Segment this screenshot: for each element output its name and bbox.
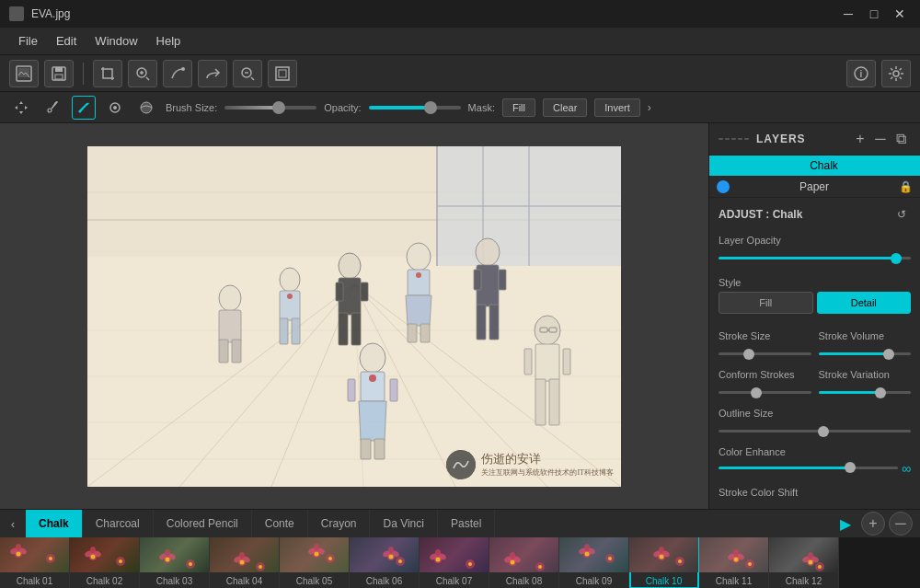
svg-point-58 (476, 238, 500, 266)
layer-paper[interactable]: Paper 🔒 (709, 177, 920, 198)
tab-charcoal[interactable]: Charcoal (83, 510, 154, 537)
thumb-item[interactable]: Chalk 04 (210, 537, 280, 588)
minimize-button[interactable]: ─ (837, 5, 859, 23)
svg-point-102 (119, 559, 122, 563)
thumb-item[interactable]: Chalk 01 (0, 537, 70, 588)
tab-colored-pencil[interactable]: Colored Pencil (154, 510, 252, 537)
conform-strokes-label: Conform Strokes (719, 369, 811, 380)
thumb-label: Chalk 03 (140, 572, 209, 588)
fill-circle-tool-btn[interactable] (103, 96, 127, 120)
detail-style-button[interactable]: Detail (817, 292, 912, 314)
title-bar: EVA.jpg ─ □ ✕ (0, 0, 920, 28)
adjust-reset-button[interactable]: ↺ (892, 205, 911, 224)
play-button[interactable]: ▶ (834, 512, 857, 536)
layer-opacity-slider[interactable] (719, 257, 911, 259)
svg-point-92 (16, 544, 21, 551)
svg-point-116 (259, 565, 262, 569)
curve-tool-button[interactable] (163, 60, 192, 87)
menu-window[interactable]: Window (86, 30, 146, 52)
zoom-out-tool-button[interactable] (233, 60, 262, 87)
svg-point-130 (398, 559, 402, 563)
svg-text:i: i (860, 69, 863, 79)
prev-tab-button[interactable]: ‹ (0, 510, 26, 537)
eyedropper-tool-btn[interactable] (40, 96, 64, 120)
menu-file[interactable]: File (9, 30, 47, 52)
maximize-button[interactable]: □ (863, 5, 885, 23)
thumb-item[interactable]: Chalk 03 (140, 537, 210, 588)
stroke-volume-slider[interactable] (819, 352, 912, 355)
conform-strokes-slider[interactable] (719, 391, 811, 394)
remove-media-button[interactable]: ─ (889, 512, 913, 536)
crop-tool-button[interactable] (93, 60, 122, 87)
svg-rect-55 (408, 324, 417, 342)
brush-size-slider[interactable] (224, 106, 316, 110)
add-media-button[interactable]: + (861, 512, 885, 536)
svg-point-113 (239, 552, 245, 559)
thumb-item[interactable]: Chalk 07 (420, 537, 489, 588)
svg-point-163 (734, 558, 739, 562)
tab-chalk[interactable]: Chalk (26, 510, 83, 537)
color-enhance-section: Color Enhance ∞ (709, 443, 920, 483)
zoom-in-tool-button[interactable] (128, 60, 157, 87)
svg-point-13 (48, 109, 52, 112)
thumb-item[interactable]: Chalk 10 (629, 537, 699, 588)
svg-marker-66 (359, 401, 386, 441)
stroke-size-slider[interactable] (719, 352, 811, 355)
svg-point-121 (315, 552, 319, 557)
svg-point-137 (468, 562, 472, 566)
info-tool-button[interactable]: i (846, 60, 876, 87)
tab-conte[interactable]: Conte (252, 510, 308, 537)
thumb-item[interactable]: Chalk 06 (350, 537, 420, 588)
move-tool-btn[interactable] (9, 96, 33, 120)
stroke-variation-slider[interactable] (819, 391, 912, 394)
menu-help[interactable]: Help (147, 30, 190, 52)
thumb-item[interactable]: Chalk 12 (769, 537, 839, 588)
toolbar-right: i (846, 60, 911, 87)
svg-rect-77 (535, 379, 546, 425)
canvas-image[interactable]: 伤逝的安详 关注互联网与系统软件技术的IT科技博客 EVA 伤逝的安详 关注互联… (87, 146, 621, 487)
svg-rect-60 (477, 305, 486, 340)
svg-point-170 (809, 560, 813, 565)
thumb-label: Chalk 02 (70, 572, 139, 588)
svg-rect-49 (351, 313, 361, 345)
duplicate-layer-button[interactable]: ⧉ (891, 129, 911, 149)
thumb-item[interactable]: Chalk 11 (699, 537, 769, 588)
brush-bar-arrow-icon[interactable]: › (648, 101, 651, 114)
redo-tool-button[interactable] (198, 60, 227, 87)
thumb-item[interactable]: Chalk 05 (280, 537, 350, 588)
frame-tool-button[interactable] (268, 60, 297, 87)
link-icon[interactable]: ∞ (902, 461, 911, 476)
svg-rect-3 (55, 67, 63, 72)
thumb-item[interactable]: Chalk 08 (489, 537, 559, 588)
tab-da-vinci[interactable]: Da Vinci (370, 510, 437, 537)
svg-point-37 (219, 285, 241, 311)
tab-crayon[interactable]: Crayon (308, 510, 371, 537)
brush-tool-btn[interactable] (72, 96, 96, 120)
outline-size-slider[interactable] (719, 430, 911, 432)
stroke-section: Stroke Size Stroke Volume (709, 327, 920, 365)
thumb-item[interactable]: Chalk 09 (559, 537, 629, 588)
stroke-size-label: Stroke Size (719, 330, 811, 341)
svg-rect-68 (374, 439, 385, 459)
tab-pastel[interactable]: Pastel (438, 510, 495, 537)
svg-rect-50 (336, 282, 343, 301)
svg-point-149 (585, 552, 590, 557)
add-layer-button[interactable]: + (850, 129, 870, 149)
opacity-slider[interactable] (369, 106, 461, 110)
fill-mask-button[interactable]: Fill (502, 98, 535, 117)
clear-mask-button[interactable]: Clear (543, 98, 587, 117)
close-button[interactable]: ✕ (889, 5, 911, 23)
svg-rect-51 (361, 282, 368, 301)
color-enhance-slider[interactable] (719, 467, 898, 469)
save-tool-button[interactable] (44, 60, 74, 87)
thumb-item[interactable]: Chalk 02 (70, 537, 140, 588)
svg-point-134 (435, 549, 441, 557)
image-tool-button[interactable] (9, 60, 39, 87)
settings-tool-button[interactable] (881, 60, 911, 87)
fill-style-button[interactable]: Fill (719, 292, 813, 314)
pattern-tool-btn[interactable] (134, 96, 158, 120)
layer-chalk[interactable]: Chalk (709, 156, 920, 177)
invert-mask-button[interactable]: Invert (594, 98, 640, 117)
remove-layer-button[interactable]: ─ (870, 129, 891, 149)
menu-edit[interactable]: Edit (47, 30, 86, 52)
